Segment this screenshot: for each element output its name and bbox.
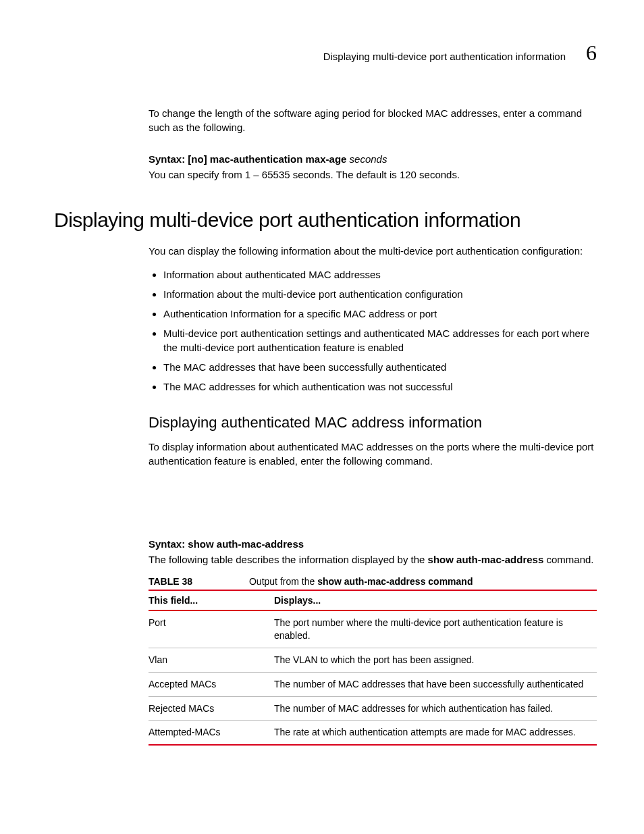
running-header: Displaying multi-device port authenticat… [54, 41, 597, 66]
table-caption: TABLE 38 Output from the show auth-mac-a… [149, 576, 597, 587]
table-row: Attempted-MACs The rate at which authent… [149, 721, 597, 745]
list-item: Multi-device port authentication setting… [163, 326, 597, 355]
table-cell-desc: The number of MAC addresses for which au… [274, 696, 597, 721]
table-row: Rejected MACs The number of MAC addresse… [149, 696, 597, 721]
syntax-line-max-age: Syntax: [no] mac-authentication max-age … [149, 153, 597, 165]
table-caption-prefix: Output from the [249, 576, 317, 587]
table-header-row: This field... Displays... [149, 590, 597, 610]
table-row: Vlan The VLAN to which the port has been… [149, 648, 597, 672]
syntax-command: [no] mac-authentication max-age [188, 153, 346, 165]
intro-paragraph: To change the length of the software agi… [149, 106, 597, 134]
table-row: Accepted MACs The number of MAC addresse… [149, 672, 597, 696]
syntax-line-show-auth: Syntax: show auth-mac-address [149, 538, 597, 550]
syntax-label: Syntax: [149, 153, 188, 165]
syntax-arg: seconds [346, 153, 387, 165]
subsection-paragraph: To display information about authenticat… [149, 440, 597, 468]
chapter-number: 6 [586, 41, 597, 66]
subsection-heading: Displaying authenticated MAC address inf… [149, 414, 597, 432]
list-item: The MAC addresses for which authenticati… [163, 380, 597, 394]
section-bullet-list: Information about authenticated MAC addr… [149, 267, 597, 394]
table-cell-desc: The VLAN to which the port has been assi… [274, 648, 597, 672]
table-cell-field: Port [149, 610, 274, 648]
text: The following table describes the inform… [149, 554, 428, 565]
section-heading: Displaying multi-device port authenticat… [54, 209, 597, 232]
text: command. [543, 554, 593, 565]
list-item: The MAC addresses that have been success… [163, 360, 597, 374]
table-cell-desc: The number of MAC addresses that have be… [274, 672, 597, 696]
intro-range-paragraph: You can specify from 1 – 65535 seconds. … [149, 167, 597, 182]
table-row: Port The port number where the multi-dev… [149, 610, 597, 648]
table-header-field: This field... [149, 590, 274, 610]
section-lead: You can display the following informatio… [149, 244, 597, 258]
table-header-displays: Displays... [274, 590, 597, 610]
output-table: This field... Displays... Port The port … [149, 590, 597, 746]
table-cell-field: Accepted MACs [149, 672, 274, 696]
table-cell-field: Attempted-MACs [149, 721, 274, 745]
table-cell-field: Vlan [149, 648, 274, 672]
syntax-command: show auth-mac-address [188, 538, 304, 550]
table-label: TABLE 38 [149, 576, 192, 587]
running-header-text: Displaying multi-device port authenticat… [323, 51, 566, 62]
table-cell-desc: The rate at which authentication attempt… [274, 721, 597, 745]
list-item: Information about authenticated MAC addr… [163, 267, 597, 282]
list-item: Authentication Information for a specifi… [163, 307, 597, 321]
table-cell-desc: The port number where the multi-device p… [274, 610, 597, 648]
syntax-label: Syntax: [149, 538, 188, 550]
table-lead-paragraph: The following table describes the inform… [149, 552, 597, 567]
command-inline: show auth-mac-address [428, 554, 544, 565]
list-item: Information about the multi-device port … [163, 287, 597, 301]
table-caption-command: show auth-mac-address command [317, 576, 473, 587]
table-cell-field: Rejected MACs [149, 696, 274, 721]
